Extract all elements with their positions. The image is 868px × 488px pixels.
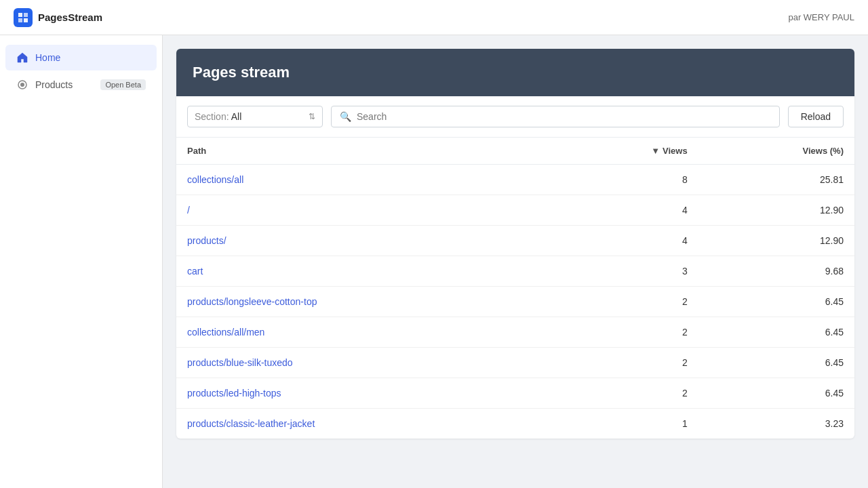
table-header-row: Path ▼Views Views (%) [176, 138, 854, 165]
open-beta-badge: Open Beta [100, 79, 146, 90]
svg-rect-3 [24, 18, 28, 22]
col-header-views-pct: Views (%) [698, 138, 854, 165]
panel-title: Pages stream [193, 64, 290, 81]
products-icon [16, 79, 28, 91]
cell-path[interactable]: collections/all/men [176, 317, 554, 348]
cell-views-pct: 3.23 [698, 409, 854, 439]
toolbar: Section: All ⇅ 🔍 Reload [176, 96, 854, 138]
svg-rect-1 [24, 13, 28, 17]
cell-path[interactable]: cart [176, 256, 554, 287]
pages-stream-panel: Pages stream Section: All ⇅ 🔍 Reload [176, 49, 854, 439]
cell-views: 2 [554, 378, 698, 409]
section-select[interactable]: Section: All ⇅ [187, 106, 323, 127]
col-header-views[interactable]: ▼Views [554, 138, 698, 165]
search-box[interactable]: 🔍 [331, 106, 780, 127]
sort-icon: ▼ [651, 146, 660, 156]
chevron-down-icon: ⇅ [309, 112, 315, 121]
cell-views: 1 [554, 409, 698, 439]
cell-views-pct: 25.81 [698, 165, 854, 195]
data-table-wrap: Path ▼Views Views (%) collections/all825… [176, 138, 854, 439]
cell-views: 4 [554, 195, 698, 226]
data-table: Path ▼Views Views (%) collections/all825… [176, 138, 854, 439]
cell-views-pct: 12.90 [698, 226, 854, 256]
cell-views: 2 [554, 348, 698, 378]
table-row: products/blue-silk-tuxedo26.45 [176, 348, 854, 378]
user-info: par WERY PAUL [788, 12, 854, 22]
col-header-path: Path [176, 138, 554, 165]
svg-rect-0 [18, 13, 22, 17]
table-row: products/led-high-tops26.45 [176, 378, 854, 409]
cell-path[interactable]: products/ [176, 226, 554, 256]
main-layout: Home Products Open Beta Pages stream [0, 35, 868, 488]
reload-button[interactable]: Reload [788, 106, 844, 127]
cell-views: 2 [554, 287, 698, 317]
sidebar-item-home[interactable]: Home [5, 45, 157, 70]
cell-views-pct: 6.45 [698, 317, 854, 348]
app-name: PagesStream [38, 12, 102, 23]
cell-path[interactable]: products/led-high-tops [176, 378, 554, 409]
app-logo-icon [14, 8, 33, 27]
cell-views: 2 [554, 317, 698, 348]
top-bar: PagesStream par WERY PAUL [0, 0, 868, 35]
table-row: products/longsleeve-cotton-top26.45 [176, 287, 854, 317]
sidebar-item-products[interactable]: Products Open Beta [5, 72, 157, 98]
cell-views: 3 [554, 256, 698, 287]
sidebar-item-products-label: Products [35, 79, 73, 90]
table-row: collections/all825.81 [176, 165, 854, 195]
table-row: collections/all/men26.45 [176, 317, 854, 348]
panel-header: Pages stream [176, 49, 854, 96]
cell-views-pct: 6.45 [698, 378, 854, 409]
cell-path[interactable]: products/classic-leather-jacket [176, 409, 554, 439]
table-row: products/classic-leather-jacket13.23 [176, 409, 854, 439]
app-branding: PagesStream [14, 8, 102, 27]
cell-path[interactable]: products/longsleeve-cotton-top [176, 287, 554, 317]
main-content: Pages stream Section: All ⇅ 🔍 Reload [163, 35, 868, 488]
sidebar-item-home-label: Home [35, 52, 60, 63]
svg-point-5 [20, 83, 24, 87]
cell-path[interactable]: products/blue-silk-tuxedo [176, 348, 554, 378]
svg-rect-2 [18, 18, 22, 22]
cell-views: 8 [554, 165, 698, 195]
sidebar: Home Products Open Beta [0, 35, 163, 488]
cell-views-pct: 6.45 [698, 287, 854, 317]
search-icon: 🔍 [340, 111, 351, 122]
cell-views-pct: 12.90 [698, 195, 854, 226]
cell-path[interactable]: / [176, 195, 554, 226]
cell-views-pct: 9.68 [698, 256, 854, 287]
table-row: /412.90 [176, 195, 854, 226]
section-select-label: Section: All [195, 111, 241, 122]
cell-views-pct: 6.45 [698, 348, 854, 378]
table-row: cart39.68 [176, 256, 854, 287]
table-row: products/412.90 [176, 226, 854, 256]
cell-views: 4 [554, 226, 698, 256]
home-icon [16, 52, 28, 64]
search-input[interactable] [357, 111, 771, 122]
cell-path[interactable]: collections/all [176, 165, 554, 195]
